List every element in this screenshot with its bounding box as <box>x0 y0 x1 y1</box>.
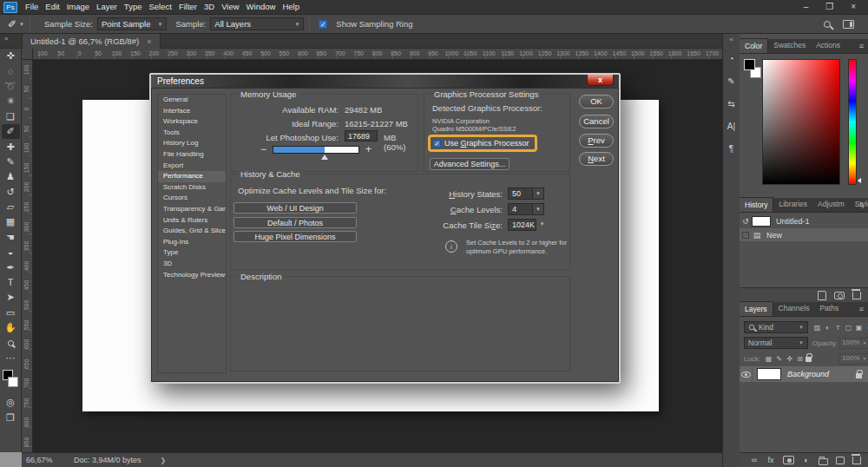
preferences-category-item[interactable]: 3D <box>158 259 226 270</box>
preferences-category-item[interactable]: Workspace <box>158 116 226 128</box>
memory-slider-thumb[interactable] <box>321 155 328 160</box>
crop-tool[interactable]: ❏ <box>2 109 20 124</box>
snapshot-thumbnail[interactable] <box>752 216 771 227</box>
hue-slider-marker[interactable] <box>858 178 861 183</box>
brush-tool[interactable]: ✎ <box>2 155 20 169</box>
menu-item[interactable]: File <box>22 0 42 14</box>
pen-tool[interactable]: ✒ <box>2 260 20 274</box>
preferences-category-item[interactable]: Cursors <box>158 193 226 204</box>
restore-button[interactable]: ❐ <box>825 0 833 14</box>
cache-tile-size-value[interactable]: 1024K <box>508 219 536 231</box>
marquee-tool[interactable]: ◌ <box>2 63 20 78</box>
eyedropper-tool-icon[interactable]: ✐ <box>8 18 16 30</box>
show-sampling-ring-checkbox[interactable]: ✓ <box>319 20 327 29</box>
cache-levels-value[interactable]: 4 <box>508 203 533 215</box>
add-layer-mask-icon[interactable] <box>783 456 794 464</box>
filter-shape-layers-icon[interactable]: ▢ <box>844 322 853 332</box>
slider-minus-icon[interactable]: − <box>260 145 266 154</box>
panel-tab[interactable]: Swatches <box>768 38 811 53</box>
panel-tab[interactable]: Adjustm <box>812 197 850 212</box>
menu-item[interactable]: View <box>218 0 242 14</box>
type-tool[interactable]: T <box>2 275 20 290</box>
new-document-from-state-icon[interactable] <box>818 291 826 300</box>
layer-visibility-toggle[interactable] <box>740 366 753 382</box>
menu-item[interactable]: Help <box>279 0 303 14</box>
cancel-button[interactable]: Cancel <box>579 115 614 128</box>
history-brush-tool[interactable]: ↺ <box>2 185 20 200</box>
history-states-value[interactable]: 50 <box>508 187 533 200</box>
memory-use-input[interactable] <box>345 130 378 141</box>
magic-wand-tool[interactable]: ✳ <box>2 94 20 109</box>
delete-layer-icon[interactable] <box>852 457 861 464</box>
screen-mode-button[interactable]: ❐ <box>2 411 20 425</box>
menu-item[interactable]: Type <box>121 0 146 14</box>
chevron-down-icon[interactable]: ▼ <box>536 219 548 231</box>
preferences-category-item[interactable]: File Handling <box>158 149 226 161</box>
panel-tab[interactable]: Channels <box>773 301 815 316</box>
foreground-background-swatches[interactable] <box>2 369 20 391</box>
character-panel-icon[interactable]: A| <box>724 118 740 134</box>
opacity-field[interactable]: 100% ▼ <box>838 338 868 349</box>
move-tool[interactable]: ✜ <box>2 49 20 63</box>
history-source-checkbox[interactable] <box>742 232 749 239</box>
adjustment-layer-icon[interactable]: ◐ <box>802 457 811 464</box>
panel-tab[interactable]: Color <box>740 38 768 53</box>
new-group-icon[interactable] <box>819 458 828 465</box>
healing-brush-tool[interactable]: ✚ <box>2 139 20 154</box>
workspace-icon[interactable] <box>843 20 854 29</box>
panel-tab[interactable]: Paths <box>814 301 844 316</box>
prev-button[interactable]: Prev <box>579 134 614 148</box>
close-window-button[interactable]: × <box>851 0 856 14</box>
next-button[interactable]: Next <box>579 152 614 166</box>
photoshop-logo-icon[interactable]: Ps <box>3 2 17 13</box>
gradient-tool[interactable]: ▦ <box>2 214 20 229</box>
color-saturation-box[interactable] <box>762 59 840 185</box>
minimize-button[interactable]: – <box>804 0 809 14</box>
ok-button[interactable]: OK <box>579 95 614 109</box>
clone-stamp-tool[interactable]: ♟ <box>2 169 20 184</box>
brush-settings-panel-icon[interactable]: ✎ <box>724 73 740 89</box>
zoom-tool[interactable] <box>2 335 20 350</box>
panel-tab[interactable]: Actions <box>811 38 845 53</box>
preferences-category-item[interactable]: Tools <box>158 128 226 139</box>
hand-tool[interactable]: ✋ <box>2 320 20 335</box>
layer-style-icon[interactable]: fx <box>766 457 775 464</box>
filter-toggle-icon[interactable]: ● <box>865 322 868 332</box>
filter-adjustment-layers-icon[interactable]: ◐ <box>823 322 832 332</box>
preferences-category-item[interactable]: Units & Rulers <box>158 215 226 227</box>
lock-transparent-pixels-icon[interactable]: ▦ <box>764 353 773 364</box>
cache-preset-button[interactable]: Huge Pixel Dimensions <box>233 231 357 242</box>
tab-close-icon[interactable]: × <box>147 35 151 49</box>
chevron-down-icon[interactable]: ▼ <box>19 22 24 27</box>
lock-artboard-icon[interactable]: ⊞ <box>795 353 805 364</box>
use-gpu-checkbox[interactable]: ✓ <box>433 140 441 148</box>
smudge-tool[interactable]: ☚ <box>2 230 20 245</box>
status-options-chevron-icon[interactable]: ❯ <box>161 457 167 464</box>
layer-row-background[interactable]: Background <box>740 366 868 382</box>
fill-field[interactable]: 100% ▼ <box>838 353 868 365</box>
clone-source-panel-icon[interactable]: ⇆ <box>724 95 740 111</box>
menu-item[interactable]: Window <box>243 0 279 14</box>
preferences-category-item[interactable]: General <box>158 95 226 106</box>
panel-menu-icon[interactable]: ≡ <box>859 198 868 213</box>
new-snapshot-icon[interactable] <box>834 292 845 299</box>
cache-preset-button[interactable]: Web / UI Design <box>233 202 357 214</box>
menu-item[interactable]: Image <box>63 0 93 14</box>
foreground-color-swatch[interactable] <box>744 59 755 70</box>
preferences-category-item[interactable]: Guides, Grid & Slices <box>158 226 226 237</box>
preferences-category-item[interactable]: Transparency & Gamut <box>158 204 226 215</box>
shape-tool[interactable]: ▭ <box>2 306 20 320</box>
lasso-tool[interactable]: ➰ <box>2 79 20 94</box>
background-color-swatch[interactable] <box>8 377 18 387</box>
slider-plus-icon[interactable]: + <box>365 145 372 154</box>
filter-type-layers-icon[interactable]: T <box>833 322 843 332</box>
menu-item[interactable]: Select <box>145 0 174 14</box>
paragraph-panel-icon[interactable]: ¶ <box>724 141 740 156</box>
history-state-row[interactable]: ▤ New <box>740 228 868 241</box>
layer-filter-kind-dropdown[interactable]: Kind ▼ <box>744 321 808 333</box>
panel-menu-icon[interactable]: ≡ <box>859 39 868 54</box>
blend-mode-dropdown[interactable]: Normal ▼ <box>744 337 808 349</box>
preferences-category-item[interactable]: Plug-Ins <box>158 237 226 248</box>
memory-slider[interactable] <box>273 146 359 154</box>
panel-tab[interactable]: History <box>740 197 773 212</box>
